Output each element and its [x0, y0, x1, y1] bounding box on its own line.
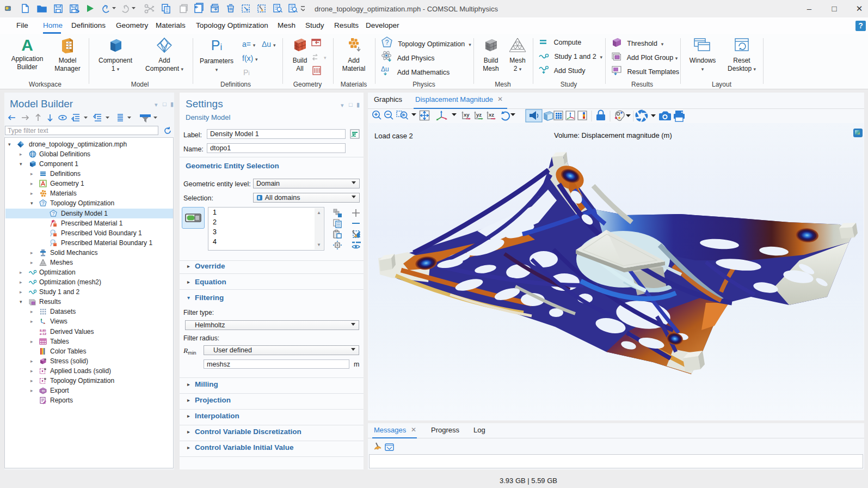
svg-text:?: ? — [52, 211, 55, 216]
svg-text:xy: xy — [464, 112, 470, 118]
svg-text:yz: yz — [476, 112, 482, 118]
svg-text:?: ? — [385, 39, 389, 46]
svg-text:e-12: e-12 — [40, 332, 47, 335]
svg-text:xz: xz — [489, 112, 494, 118]
svg-text:Δu: Δu — [381, 65, 389, 73]
svg-text:?: ? — [42, 200, 45, 206]
svg-text:8.85: 8.85 — [40, 329, 46, 332]
